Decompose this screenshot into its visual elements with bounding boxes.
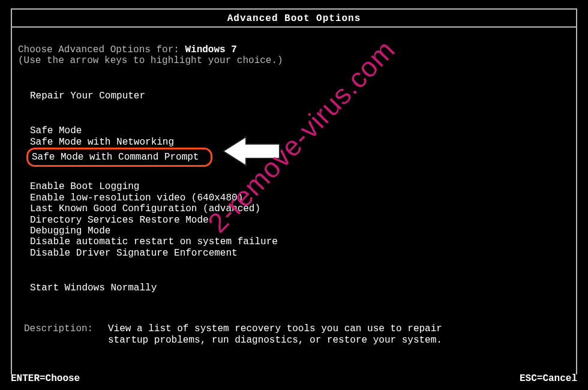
description-line2: startup problems, run diagnostics, or re… [108,335,570,346]
footer-bar: ENTER=Choose ESC=Cancel [11,373,577,384]
menu-safe-mode-command-prompt[interactable]: Safe Mode with Command Prompt [32,152,199,163]
menu-start-windows-normally[interactable]: Start Windows Normally [18,283,570,293]
menu-enable-boot-logging[interactable]: Enable Boot Logging [18,181,570,192]
arrow-left-icon [222,134,282,168]
boot-options-frame: Advanced Boot Options Choose Advanced Op… [11,8,577,374]
choose-prefix: Choose Advanced Options for: [18,44,185,55]
footer-enter: ENTER=Choose [11,373,80,384]
menu-safe-mode-networking[interactable]: Safe Mode with Networking [18,137,570,148]
os-name: Windows 7 [185,44,236,55]
description-text: View a list of system recovery tools you… [108,323,570,346]
menu-directory-services-restore[interactable]: Directory Services Restore Mode [18,215,570,226]
content-area: Choose Advanced Options for: Windows 7 (… [12,28,576,346]
menu-low-resolution-video[interactable]: Enable low-resolution video (640x480) [18,193,570,203]
description-line1: View a list of system recovery tools you… [108,323,570,334]
footer-esc: ESC=Cancel [520,373,577,384]
menu-repair-your-computer[interactable]: Repair Your Computer [18,91,570,101]
menu-disable-driver-sig[interactable]: Disable Driver Signature Enforcement [18,248,570,259]
hint-line: (Use the arrow keys to highlight your ch… [18,55,570,66]
description-label: Description: [24,323,108,346]
description-row: Description: View a list of system recov… [18,293,570,346]
menu-debugging-mode[interactable]: Debugging Mode [18,226,570,236]
page-title: Advanced Boot Options [12,10,576,28]
menu-disable-auto-restart[interactable]: Disable automatic restart on system fail… [18,236,570,247]
svg-marker-0 [223,137,280,166]
choose-line: Choose Advanced Options for: Windows 7 [18,44,570,55]
menu-last-known-good-config[interactable]: Last Known Good Configuration (advanced) [18,203,570,214]
menu-safe-mode[interactable]: Safe Mode [18,125,570,136]
highlight-ring: Safe Mode with Command Prompt [26,148,212,167]
